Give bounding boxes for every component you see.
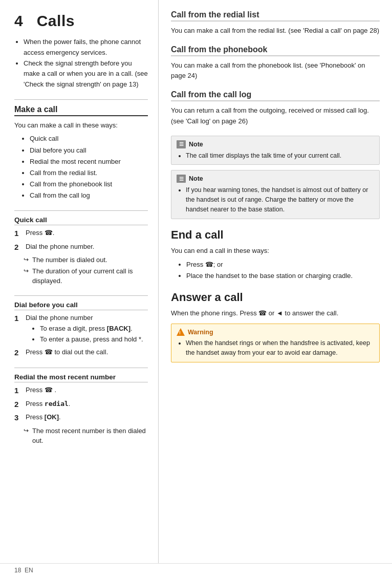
note-box-1: ☰ Note The call timer displays the talk … bbox=[171, 136, 380, 165]
step-number: 1 bbox=[14, 313, 24, 325]
end-way-2: Place the handset to the base station or… bbox=[186, 270, 380, 282]
note-label-1: Note bbox=[189, 141, 203, 148]
quick-call-step-2: 2 Dial the phone number. bbox=[14, 242, 148, 253]
sub-bullets: To erase a digit, press [BACK]. To enter… bbox=[26, 324, 148, 345]
answer-section: Answer a call When the phone rings. Pres… bbox=[171, 291, 380, 318]
page-title: 4 Calls bbox=[14, 12, 148, 30]
way-item: Redial the most recent number bbox=[30, 156, 148, 167]
step-content: Press [OK]. bbox=[26, 412, 148, 422]
step-content: Press redial. bbox=[26, 399, 148, 409]
intro-bullets-block: When the power fails, the phone cannot a… bbox=[14, 37, 148, 90]
way-item: Call from the phonebook list bbox=[30, 179, 148, 190]
note-label-2: Note bbox=[189, 175, 203, 182]
note-box-2: ☰ Note If you hear warning tones, the ha… bbox=[171, 170, 380, 219]
right-column: Call from the redial list You can make a… bbox=[159, 0, 392, 563]
answer-title: Answer a call bbox=[171, 291, 380, 304]
step-content: Press ☎. bbox=[26, 228, 148, 238]
intro-bullet-1: When the power fails, the phone cannot a… bbox=[24, 37, 148, 58]
redial-step-3: 3 Press [OK]. bbox=[14, 412, 148, 424]
step-number: 2 bbox=[14, 399, 24, 411]
phonebook-title: Call from the phonebook bbox=[171, 45, 380, 56]
note-list-2: If you hear warning tones, the handset i… bbox=[177, 185, 374, 214]
divider-3 bbox=[14, 295, 148, 296]
end-a-call-ways: Press ☎; or Place the handset to the bas… bbox=[171, 259, 380, 282]
arrow-text: The most recent number is then dialed ou… bbox=[32, 426, 148, 446]
warning-label: Warning bbox=[188, 329, 213, 336]
chapter-title: Calls bbox=[37, 12, 75, 29]
intro-bullet-2: Check the signal strength before you mak… bbox=[24, 58, 148, 90]
warning-item: When the handset rings or when the hands… bbox=[186, 338, 374, 358]
page-layout: 4 Calls When the power fails, the phone … bbox=[0, 0, 392, 563]
call-log-body: You can return a call from the outgoing,… bbox=[171, 105, 380, 126]
step-content: Dial the phone number. bbox=[26, 242, 148, 252]
note-item: The call timer displays the talk time of… bbox=[186, 151, 374, 161]
quick-call-arrow-1: ↪ The number is dialed out. bbox=[24, 255, 148, 265]
step-number: 3 bbox=[14, 412, 24, 424]
note-header-2: ☰ Note bbox=[177, 175, 374, 183]
step-number: 1 bbox=[14, 228, 24, 240]
make-a-call-title: Make a call bbox=[14, 105, 148, 116]
dial-before-section: Dial before you call 1 Dial the phone nu… bbox=[14, 301, 148, 359]
quick-call-section: Quick call 1 Press ☎. 2 Dial the phone n… bbox=[14, 216, 148, 286]
redial-step-2: 2 Press redial. bbox=[14, 399, 148, 411]
redial-list-section: Call from the redial list You can make a… bbox=[171, 10, 380, 36]
chapter-number: 4 bbox=[14, 12, 23, 29]
divider-1 bbox=[14, 99, 148, 100]
quick-call-step-1: 1 Press ☎. bbox=[14, 228, 148, 240]
redial-arrow: ↪ The most recent number is then dialed … bbox=[24, 426, 148, 446]
arrow-text: The duration of your current call is dis… bbox=[32, 266, 148, 286]
make-a-call-ways: Quick call Dial before you call Redial t… bbox=[14, 133, 148, 201]
arrow-icon: ↪ bbox=[24, 255, 31, 264]
way-item: Dial before you call bbox=[30, 145, 148, 156]
dial-before-title: Dial before you call bbox=[14, 301, 148, 310]
warning-box: ! Warning When the handset rings or when… bbox=[171, 324, 380, 362]
footer-page-number: 18 bbox=[14, 567, 21, 574]
note-header-1: ☰ Note bbox=[177, 140, 374, 148]
warning-list: When the handset rings or when the hands… bbox=[177, 338, 374, 358]
step-number: 2 bbox=[14, 347, 24, 359]
redial-title: Redial the most recent number bbox=[14, 373, 148, 382]
arrow-text: The number is dialed out. bbox=[32, 255, 107, 265]
call-log-title: Call from the call log bbox=[171, 90, 380, 101]
note-list-1: The call timer displays the talk time of… bbox=[177, 151, 374, 161]
way-item: Quick call bbox=[30, 133, 148, 144]
redial-step-1: 1 Press ☎ . bbox=[14, 385, 148, 397]
step-content: Dial the phone number To erase a digit, … bbox=[26, 313, 148, 345]
step-number: 2 bbox=[14, 242, 24, 253]
answer-body: When the phone rings. Press ☎ or ◄ to an… bbox=[171, 308, 380, 318]
warning-header: ! Warning bbox=[177, 328, 374, 336]
arrow-icon: ↪ bbox=[24, 426, 31, 435]
redial-list-title: Call from the redial list bbox=[171, 10, 380, 22]
call-log-section: Call from the call log You can return a … bbox=[171, 90, 380, 126]
dial-before-step-2: 2 Press ☎ to dial out the call. bbox=[14, 347, 148, 359]
phonebook-section: Call from the phonebook You can make a c… bbox=[171, 45, 380, 81]
step-number: 1 bbox=[14, 385, 24, 397]
quick-call-title: Quick call bbox=[14, 216, 148, 225]
end-a-call-title: End a call bbox=[171, 228, 380, 242]
note-icon-1: ☰ bbox=[177, 140, 186, 148]
quick-call-arrow-2: ↪ The duration of your current call is d… bbox=[24, 266, 148, 286]
divider-4 bbox=[14, 368, 148, 368]
dial-before-step-1: 1 Dial the phone number To erase a digit… bbox=[14, 313, 148, 345]
left-column: 4 Calls When the power fails, the phone … bbox=[0, 0, 159, 563]
note-icon-2: ☰ bbox=[177, 175, 186, 183]
way-item: Call from the redial list. bbox=[30, 167, 148, 179]
end-a-call-body: You can end a call in these ways: bbox=[171, 246, 380, 256]
arrow-icon: ↪ bbox=[24, 266, 31, 275]
page-footer: 18 EN bbox=[0, 563, 392, 579]
way-item: Call from the call log bbox=[30, 190, 148, 201]
end-a-call-section: End a call You can end a call in these w… bbox=[171, 228, 380, 282]
divider-2 bbox=[14, 210, 148, 211]
sub-bullet: To enter a pause, press and hold *. bbox=[40, 334, 148, 345]
sub-bullet: To erase a digit, press [BACK]. bbox=[40, 324, 148, 334]
redial-list-body: You can make a call from the redial list… bbox=[171, 26, 380, 36]
end-way-1: Press ☎; or bbox=[186, 259, 380, 270]
make-a-call-section: Make a call You can make a call in these… bbox=[14, 105, 148, 201]
note-item: If you hear warning tones, the handset i… bbox=[186, 185, 374, 214]
phonebook-body: You can make a call from the phonebook l… bbox=[171, 60, 380, 81]
step-content: Press ☎ to dial out the call. bbox=[26, 347, 148, 357]
make-a-call-intro: You can make a call in these ways: bbox=[14, 120, 148, 131]
footer-language: EN bbox=[25, 567, 33, 574]
step-content: Press ☎ . bbox=[26, 385, 148, 395]
redial-section: Redial the most recent number 1 Press ☎ … bbox=[14, 373, 148, 446]
